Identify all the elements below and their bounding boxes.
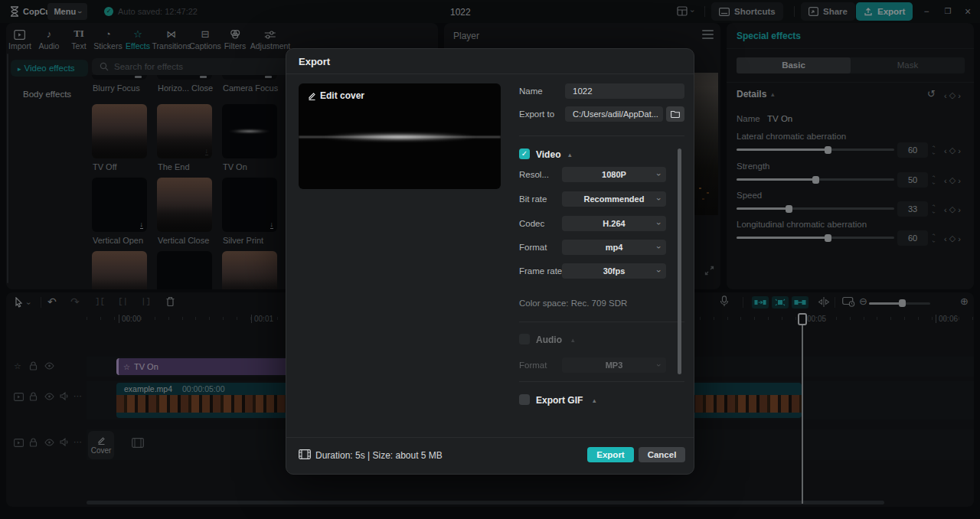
chevron-down-icon <box>655 364 664 367</box>
audio-format-label: Format <box>519 361 547 370</box>
export-to-label: Export to <box>519 109 554 119</box>
export-summary: Duration: 5s | Size: about 5 MB <box>315 450 443 461</box>
divider <box>519 381 684 382</box>
format-label: Format <box>519 243 547 252</box>
resolution-label: Resol... <box>519 170 549 179</box>
cancel-button[interactable]: Cancel <box>639 447 685 462</box>
video-section-label: Video <box>536 149 560 160</box>
collapse-icon[interactable] <box>568 151 572 158</box>
export-cover-preview: Edit cover <box>299 83 501 189</box>
name-label: Name <box>519 86 543 96</box>
export-path-field[interactable]: C:/Users/adil/AppDat... <box>565 106 663 122</box>
folder-icon <box>671 110 680 118</box>
bitrate-dropdown[interactable]: Recommended <box>562 191 666 207</box>
divider <box>519 135 684 136</box>
chevron-down-icon <box>655 246 664 249</box>
name-input[interactable] <box>565 83 684 99</box>
chevron-down-icon <box>655 269 664 273</box>
film-icon <box>299 449 311 459</box>
video-checkbox[interactable] <box>519 149 530 159</box>
edit-cover-label: Edit cover <box>320 90 364 101</box>
export-gif-checkbox[interactable] <box>519 394 530 405</box>
pencil-icon <box>308 92 316 100</box>
divider <box>286 73 694 74</box>
chevron-down-icon <box>655 197 664 201</box>
resolution-dropdown[interactable]: 1080P <box>562 167 666 182</box>
dialog-title: Export <box>299 56 330 67</box>
export-confirm-button[interactable]: Export <box>587 447 634 462</box>
browse-folder-button[interactable] <box>666 106 684 122</box>
collapse-icon[interactable] <box>593 397 596 404</box>
export-dialog: Export Edit cover Name Export to C:/User… <box>286 48 694 475</box>
color-space-info: Color space: Rec. 709 SDR <box>519 299 627 308</box>
framerate-label: Frame rate <box>519 266 562 276</box>
chevron-down-icon <box>655 173 664 176</box>
audio-checkbox[interactable] <box>519 334 530 344</box>
app-window: CopCut Menu Auto saved: 12:47:22 1022 Sh… <box>0 0 980 519</box>
codec-label: Codec <box>519 219 544 228</box>
dialog-scrollbar[interactable] <box>678 149 681 374</box>
edit-cover-button[interactable]: Edit cover <box>308 90 364 101</box>
bitrate-label: Bit rate <box>519 194 547 204</box>
audio-format-dropdown: MP3 <box>562 357 666 373</box>
divider <box>519 322 684 322</box>
audio-section-label: Audio <box>536 335 562 345</box>
chevron-down-icon <box>655 222 664 225</box>
format-dropdown[interactable]: mp4 <box>562 240 666 255</box>
export-gif-label: Export GIF <box>536 395 583 406</box>
divider <box>286 437 694 438</box>
codec-dropdown[interactable]: H.264 <box>562 216 666 231</box>
cover-glow-core <box>303 132 496 142</box>
collapse-icon <box>571 336 575 344</box>
framerate-dropdown[interactable]: 30fps <box>562 263 666 279</box>
